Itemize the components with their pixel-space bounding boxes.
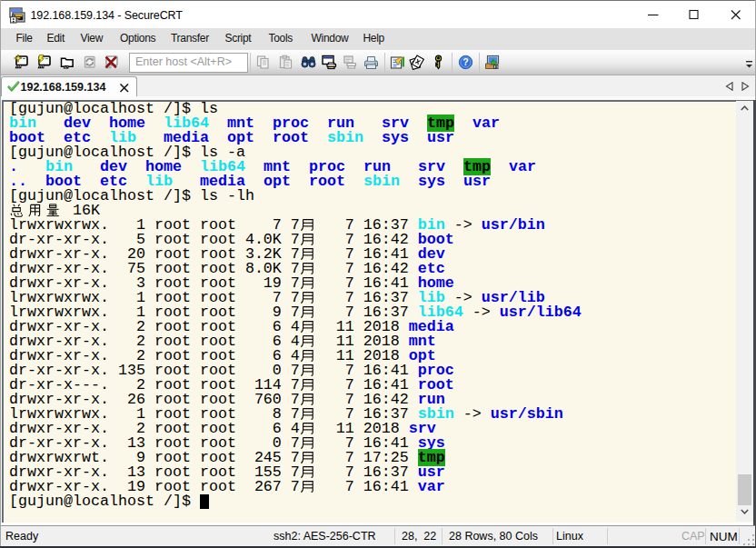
svg-text:?: ? — [463, 56, 468, 67]
